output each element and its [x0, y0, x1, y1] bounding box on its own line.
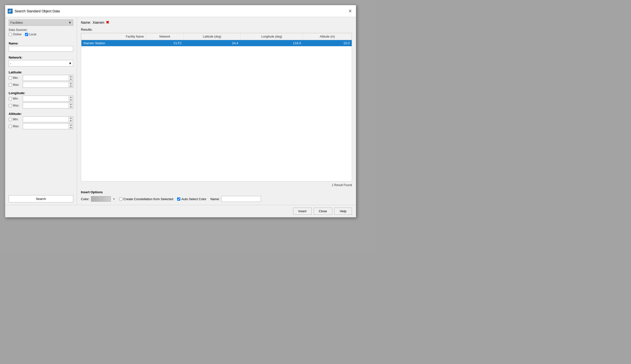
dialog-footer: Insert Close Help — [5, 205, 356, 217]
alt-max-checkbox[interactable] — [9, 125, 12, 128]
lon-max-spin-up[interactable]: ▲ — [69, 103, 73, 106]
cell-facility-name: Xiamen Station — [81, 40, 146, 46]
lon-min-spinner[interactable]: ▲ ▼ — [69, 96, 73, 101]
help-button[interactable]: Help — [334, 208, 352, 215]
lat-max-spinner[interactable]: ▲ ▼ — [69, 82, 73, 88]
alt-min-spin-up[interactable]: ▲ — [69, 117, 73, 119]
local-checkbox-label[interactable]: Local — [25, 32, 36, 36]
name-line: Name: Xiamen ✖ — [81, 20, 352, 25]
online-label: Online — [13, 32, 22, 36]
search-standard-object-dialog: Search Standard Object Data ✕ Facilities… — [5, 5, 356, 218]
table-row[interactable]: Xiamen Station CLTC 24.4 118.0 15.0 — [81, 40, 352, 46]
data-sources-row: Online Local — [9, 32, 73, 36]
auto-color-label-text: Auto Select Color — [181, 197, 206, 201]
dialog-close-button[interactable]: ✕ — [347, 8, 354, 14]
lon-max-spinner[interactable]: ▲ ▼ — [69, 103, 73, 108]
lon-max-input-wrap: 180 deg ▲ ▼ — [23, 102, 73, 108]
lon-max-checkbox[interactable] — [9, 104, 12, 107]
lon-max-spin-down[interactable]: ▼ — [69, 106, 73, 108]
altitude-field-label: Altitude: — [9, 112, 73, 116]
color-dropdown-arrow-icon[interactable]: ▼ — [113, 198, 115, 200]
lat-max-row: Max: 90 deg ▲ ▼ — [9, 82, 73, 88]
lat-max-spin-up[interactable]: ▲ — [69, 82, 73, 85]
alt-min-spinner[interactable]: ▲ ▼ — [69, 117, 73, 122]
alt-min-label: Min: — [13, 118, 22, 121]
network-dropdown-arrow-icon: ▼ — [69, 62, 72, 65]
lat-max-checkbox[interactable] — [9, 83, 12, 86]
dialog-icon — [8, 9, 13, 14]
network-value: - — [10, 62, 11, 65]
insert-options-row: Color: ▼ Create Constellation from Selec… — [81, 196, 352, 202]
name-prefix: Name: — [81, 20, 91, 24]
cell-latitude: 24.4 — [184, 40, 240, 46]
alt-max-spinner[interactable]: ▲ ▼ — [69, 124, 73, 129]
lat-max-spin-down[interactable]: ▼ — [69, 85, 73, 88]
col-altitude: Altitude (m) — [303, 33, 352, 40]
lon-min-spin-down[interactable]: ▼ — [69, 98, 73, 101]
auto-color-checkbox-label[interactable]: Auto Select Color — [177, 197, 206, 201]
alt-min-input[interactable]: 0 m — [23, 117, 69, 122]
lon-min-row: Min: -180 deg ▲ ▼ — [9, 96, 73, 102]
insert-button[interactable]: Insert — [293, 208, 312, 215]
lon-min-input[interactable]: -180 deg — [23, 96, 69, 101]
left-panel: Facilities ▼ Data Sources: Online Local — [5, 17, 77, 205]
insert-options-title: Insert Options — [81, 190, 352, 194]
left-panel-bottom: Search — [9, 195, 73, 202]
network-field-label: Network: — [9, 56, 73, 59]
name-field-label: Name: — [9, 42, 73, 45]
alt-max-row: Max: 12000 m ▲ ▼ — [9, 123, 73, 129]
lat-min-spin-up[interactable]: ▲ — [69, 75, 73, 78]
dialog-titlebar: Search Standard Object Data ✕ — [5, 5, 356, 17]
lat-min-spinner[interactable]: ▲ ▼ — [69, 75, 73, 80]
result-count: 1 Result Found — [81, 182, 352, 188]
close-button[interactable]: Close — [314, 208, 332, 215]
alt-min-row: Min: 0 m ▲ ▼ — [9, 116, 73, 122]
alt-min-input-wrap: 0 m ▲ ▼ — [23, 116, 73, 122]
lon-max-label: Max: — [13, 104, 22, 107]
longitude-field-label: Longitude: — [9, 91, 73, 95]
cell-longitude: 118.0 — [240, 40, 303, 46]
facility-type-dropdown[interactable]: Facilities ▼ — [9, 20, 73, 26]
lat-max-label: Max: — [13, 83, 22, 86]
search-button[interactable]: Search — [9, 195, 73, 202]
lat-min-checkbox[interactable] — [9, 76, 12, 80]
auto-color-checkbox[interactable] — [177, 198, 180, 201]
col-longitude: Longitude (deg) — [240, 33, 303, 40]
clear-name-button[interactable]: ✖ — [106, 20, 109, 25]
online-checkbox[interactable] — [9, 33, 12, 36]
alt-max-input[interactable]: 12000 m — [23, 124, 69, 128]
color-label: Color: — [81, 197, 90, 201]
col-facility-name: Facility Name — [81, 33, 146, 40]
latitude-field-label: Latitude: — [9, 70, 73, 74]
insert-name-input[interactable] — [221, 196, 261, 202]
alt-max-input-wrap: 12000 m ▲ ▼ — [23, 123, 73, 129]
online-checkbox-label[interactable]: Online — [9, 32, 22, 36]
color-picker[interactable] — [91, 196, 111, 202]
alt-min-checkbox[interactable] — [9, 118, 12, 121]
name-input[interactable]: Xiamen — [9, 46, 73, 52]
dialog-body: Facilities ▼ Data Sources: Online Local — [5, 17, 356, 205]
insert-options: Insert Options Color: ▼ Create Constella… — [81, 190, 352, 202]
svg-rect-2 — [9, 12, 11, 12]
alt-min-spin-down[interactable]: ▼ — [69, 119, 73, 122]
constellation-checkbox[interactable] — [119, 198, 122, 201]
lon-min-checkbox[interactable] — [9, 97, 12, 100]
results-table: Facility Name Network Latitude (deg) Lon… — [81, 33, 352, 46]
lat-min-input[interactable]: -90 deg — [23, 76, 69, 80]
alt-max-spin-down[interactable]: ▼ — [69, 126, 73, 129]
constellation-label-text: Create Constellation from Selected — [123, 197, 173, 201]
dialog-title: Search Standard Object Data — [15, 9, 60, 13]
cell-network: CLTC — [146, 40, 184, 46]
network-dropdown[interactable]: - ▼ — [9, 60, 73, 66]
lat-max-input[interactable]: 90 deg — [23, 82, 69, 87]
alt-max-label: Max: — [13, 124, 22, 128]
constellation-checkbox-label[interactable]: Create Constellation from Selected — [119, 197, 173, 201]
lat-min-spin-down[interactable]: ▼ — [69, 78, 73, 80]
lat-max-input-wrap: 90 deg ▲ ▼ — [23, 82, 73, 88]
lon-max-input[interactable]: 180 deg — [23, 103, 69, 108]
lon-min-spin-up[interactable]: ▲ — [69, 96, 73, 98]
facility-dropdown-label: Facilities — [11, 21, 23, 24]
alt-max-spin-up[interactable]: ▲ — [69, 124, 73, 126]
local-checkbox[interactable] — [25, 33, 28, 36]
col-latitude: Latitude (deg) — [184, 33, 240, 40]
